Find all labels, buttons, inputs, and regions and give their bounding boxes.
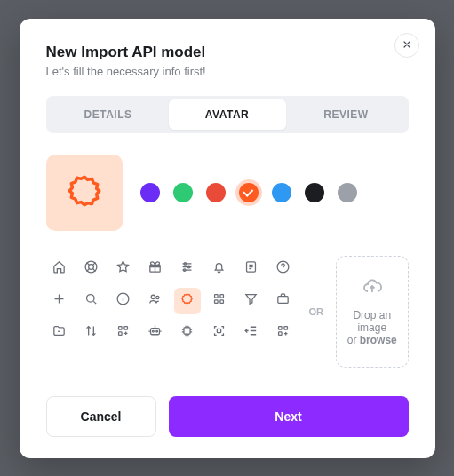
icon-option[interactable]	[142, 320, 169, 346]
icon-option[interactable]	[206, 320, 233, 346]
icon-option[interactable]	[110, 288, 137, 314]
svg-rect-14	[215, 300, 219, 304]
gift-icon	[147, 259, 163, 278]
svg-rect-24	[217, 329, 220, 332]
icon-and-upload-row: OR Drop an image or browse	[46, 256, 409, 368]
note-icon	[243, 259, 259, 278]
icon-option[interactable]	[142, 288, 169, 314]
svg-point-10	[151, 295, 155, 298]
modal-footer: Cancel Next	[46, 396, 409, 437]
svg-point-22	[156, 330, 158, 332]
tab-review[interactable]: REVIEW	[288, 99, 405, 130]
folder-icon	[52, 323, 67, 342]
icon-option[interactable]	[270, 256, 297, 282]
indent-icon	[243, 323, 259, 342]
close-button[interactable]	[394, 33, 419, 58]
swatch-green[interactable]	[173, 183, 193, 202]
chip-icon	[179, 323, 195, 342]
swatch-red[interactable]	[206, 183, 226, 202]
svg-rect-23	[184, 328, 190, 334]
users-icon	[147, 291, 163, 310]
icon-option[interactable]	[270, 320, 297, 346]
dropzone-line1: Drop an image	[346, 309, 399, 334]
icon-option[interactable]	[78, 256, 105, 282]
icon-option[interactable]	[238, 256, 265, 282]
svg-point-21	[153, 330, 155, 332]
image-dropzone[interactable]: Drop an image or browse	[336, 256, 409, 368]
step-tabs: DETAILS AVATAR REVIEW	[46, 96, 409, 133]
swatch-gray[interactable]	[338, 183, 357, 202]
modal-title: New Import API model	[46, 44, 409, 61]
svg-rect-19	[119, 332, 123, 336]
svg-rect-16	[278, 297, 288, 304]
icon-option[interactable]	[174, 256, 201, 282]
swatch-blue[interactable]	[272, 183, 291, 202]
plus-icon	[52, 291, 67, 310]
import-model-modal: New Import API model Let's fill the nece…	[20, 19, 435, 458]
avatar-config-row	[46, 155, 409, 231]
sliders-icon	[179, 259, 195, 278]
svg-rect-25	[279, 327, 283, 330]
swatch-purple[interactable]	[140, 183, 160, 202]
icon-option[interactable]	[46, 320, 73, 346]
add-grid-icon	[275, 323, 291, 342]
tab-avatar[interactable]: AVATAR	[169, 99, 286, 130]
home-icon	[52, 259, 67, 278]
icon-option[interactable]	[110, 320, 137, 346]
cog-icon	[66, 172, 103, 213]
icon-option[interactable]	[46, 256, 73, 282]
icon-option[interactable]	[110, 256, 137, 282]
filter-icon	[243, 291, 259, 310]
scan-icon	[211, 323, 227, 342]
icon-option[interactable]	[142, 256, 169, 282]
icon-grid	[46, 256, 297, 346]
robot-icon	[147, 323, 163, 342]
svg-point-1	[89, 265, 94, 270]
color-swatches	[140, 183, 357, 202]
icon-option[interactable]	[206, 256, 233, 282]
sort-icon	[84, 323, 99, 342]
svg-rect-12	[215, 295, 219, 298]
cog-icon	[179, 291, 195, 310]
icon-option[interactable]	[174, 288, 201, 314]
icon-option[interactable]	[238, 288, 265, 314]
search-icon	[84, 291, 99, 310]
icon-option[interactable]	[46, 288, 73, 314]
or-separator: OR	[309, 306, 324, 317]
close-icon	[402, 38, 412, 52]
icon-option[interactable]	[174, 320, 201, 346]
swatch-orange[interactable]	[239, 183, 259, 202]
icon-option[interactable]	[78, 288, 105, 314]
briefcase-icon	[275, 291, 291, 310]
info-icon	[115, 291, 131, 310]
bell-icon	[211, 259, 227, 278]
modal-subtitle: Let's fill the necessary info first!	[46, 65, 409, 78]
swatch-black[interactable]	[305, 183, 324, 202]
icon-option[interactable]	[238, 320, 265, 346]
svg-rect-13	[220, 295, 224, 298]
next-button[interactable]: Next	[169, 396, 409, 437]
icon-option[interactable]	[206, 288, 233, 314]
upload-cloud-icon	[362, 276, 383, 309]
star-icon	[115, 259, 131, 278]
component-icon	[115, 323, 131, 342]
icon-option[interactable]	[270, 288, 297, 314]
grid-icon	[211, 291, 227, 310]
svg-rect-26	[284, 327, 288, 330]
svg-rect-15	[220, 300, 224, 304]
lifebuoy-icon	[84, 259, 99, 278]
svg-point-11	[156, 296, 159, 298]
svg-rect-27	[279, 332, 283, 336]
cancel-button[interactable]: Cancel	[46, 396, 156, 437]
tab-details[interactable]: DETAILS	[50, 99, 167, 130]
dropzone-line2: or browse	[347, 334, 397, 346]
svg-point-8	[87, 295, 95, 303]
help-icon	[275, 259, 291, 278]
avatar-preview	[46, 155, 123, 231]
icon-option[interactable]	[78, 320, 105, 346]
svg-rect-17	[119, 327, 123, 330]
svg-rect-18	[124, 327, 128, 330]
